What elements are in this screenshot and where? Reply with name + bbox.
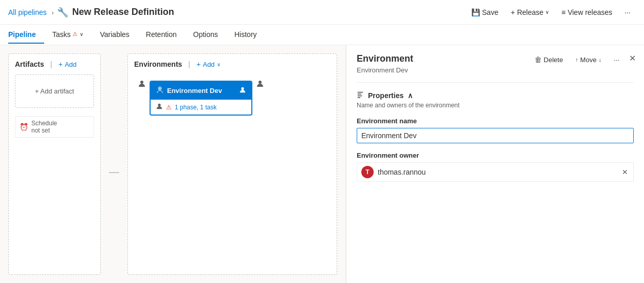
properties-header[interactable]: Properties ∧ — [357, 91, 634, 100]
env-card-body: ⚠ 1 phase, 1 task — [151, 100, 251, 115]
schedule-box[interactable]: ⏰ Schedule not set — [15, 116, 94, 138]
tab-tasks[interactable]: Tasks ⚠ ∨ — [52, 26, 92, 44]
tab-history[interactable]: History — [234, 26, 265, 44]
env-deploy-icon — [156, 86, 164, 96]
main-content: Artifacts | + Add + Add artifact ⏰ Sched… — [0, 45, 644, 283]
panel-subtitle: Environment Dev — [357, 66, 634, 74]
svg-rect-9 — [358, 97, 360, 98]
artifacts-add-button[interactable]: + Add — [59, 60, 77, 68]
panel-more-button[interactable]: ··· — [610, 54, 623, 66]
environments-add-icon: + — [196, 60, 200, 68]
close-button[interactable]: ✕ — [627, 51, 638, 65]
schedule-label: Schedule not set — [31, 120, 57, 134]
environments-section: Environments | + Add ∨ — [127, 53, 337, 275]
page-title: New Release Definition — [72, 7, 174, 17]
artifacts-title: Artifacts — [15, 60, 44, 68]
env-warning-icon: ⚠ — [166, 104, 172, 111]
panel-divider — [357, 82, 634, 83]
env-task-text[interactable]: 1 phase, 1 task — [175, 104, 216, 111]
svg-point-2 — [159, 88, 161, 89]
artifact-placeholder[interactable]: + Add artifact — [15, 74, 94, 108]
nav-tabs: Pipeline Tasks ⚠ ∨ Variables Retention O… — [0, 25, 644, 45]
header-actions: 💾 Save + Release ∨ ≡ View releases ··· — [466, 6, 636, 18]
env-user-icon — [239, 86, 246, 95]
env-person-right-icon — [252, 74, 268, 88]
artifacts-add-label: Add — [65, 61, 77, 68]
tab-pipeline[interactable]: Pipeline — [8, 26, 44, 44]
environments-divider: | — [188, 60, 190, 68]
env-name-input[interactable] — [357, 128, 634, 143]
release-chevron-icon: ∨ — [545, 9, 549, 15]
page-title-area: 🔧 New Release Definition — [57, 7, 174, 18]
owner-avatar: T — [361, 166, 374, 178]
environments-title: Environments — [134, 60, 182, 68]
env-person-body-icon — [156, 103, 163, 111]
breadcrumb: All pipelines › — [8, 8, 57, 16]
more-icon: ··· — [624, 8, 631, 16]
view-releases-label: View releases — [567, 8, 612, 16]
release-plus-icon: + — [511, 8, 515, 16]
tab-options[interactable]: Options — [193, 26, 226, 44]
save-label: Save — [482, 8, 499, 16]
environments-add-button[interactable]: + Add ∨ — [196, 60, 220, 68]
properties-icon — [357, 91, 364, 100]
tab-retention[interactable]: Retention — [146, 26, 185, 44]
artifacts-divider: | — [50, 60, 52, 68]
tab-variables[interactable]: Variables — [100, 26, 137, 44]
breadcrumb-separator: › — [52, 9, 54, 16]
panel-more-icon: ··· — [614, 56, 619, 64]
owner-field: T thomas.rannou ✕ — [357, 162, 634, 182]
tasks-badge: ⚠ — [72, 31, 78, 37]
view-releases-button[interactable]: ≡ View releases — [556, 6, 617, 18]
env-owner-field: Environment owner T thomas.rannou ✕ — [357, 152, 634, 182]
environments-add-label: Add — [203, 61, 214, 68]
env-owner-label: Environment owner — [357, 152, 634, 159]
breadcrumb-link[interactable]: All pipelines — [8, 8, 47, 16]
env-card-wrapper: Environment Dev — [134, 74, 330, 116]
env-name-field: Environment name — [357, 117, 634, 143]
panel-actions: 🗑 Delete ↑ Move ↓ ··· — [530, 53, 623, 66]
env-card-name: Environment Dev — [167, 87, 236, 95]
header: All pipelines › 🔧 New Release Definition… — [0, 0, 644, 25]
release-label: Release — [517, 8, 543, 16]
properties-description: Name and owners of the environment — [357, 102, 634, 109]
owner-name: thomas.rannou — [378, 168, 621, 176]
environments-add-chevron: ∨ — [217, 62, 220, 67]
delete-button[interactable]: 🗑 Delete — [530, 53, 567, 66]
pipeline-panel: Artifacts | + Add + Add artifact ⏰ Sched… — [0, 45, 346, 283]
move-up-icon: ↑ — [575, 56, 578, 63]
tasks-chevron: ∨ — [80, 31, 83, 37]
move-label: Move — [580, 56, 597, 64]
artifacts-section: Artifacts | + Add + Add artifact ⏰ Sched… — [8, 53, 101, 275]
save-icon: 💾 — [471, 8, 480, 16]
right-panel: 🗑 Delete ↑ Move ↓ ··· ✕ Environment Envi… — [346, 45, 644, 283]
owner-clear-button[interactable]: ✕ — [621, 167, 629, 177]
properties-title: Properties — [368, 91, 403, 100]
save-button[interactable]: 💾 Save — [466, 6, 504, 18]
svg-rect-7 — [358, 93, 361, 95]
env-card-header: Environment Dev — [151, 82, 251, 100]
artifacts-add-icon: + — [59, 60, 63, 68]
move-button[interactable]: ↑ Move ↓ — [571, 54, 605, 66]
more-options-button[interactable]: ··· — [619, 6, 636, 18]
svg-point-5 — [259, 81, 262, 84]
env-card[interactable]: Environment Dev — [150, 81, 252, 116]
delete-icon: 🗑 — [535, 55, 542, 64]
properties-collapse-icon: ∧ — [408, 91, 413, 100]
svg-point-3 — [241, 87, 244, 90]
env-person-left-icon — [134, 74, 150, 88]
svg-point-0 — [140, 81, 143, 84]
move-down-icon: ↓ — [599, 56, 602, 63]
release-button[interactable]: + Release ∨ — [506, 6, 555, 18]
connector — [109, 70, 119, 275]
schedule-icon: ⏰ — [20, 123, 28, 131]
svg-rect-8 — [358, 96, 362, 97]
artifacts-header: Artifacts | + Add — [15, 60, 94, 68]
releases-icon: ≡ — [561, 8, 565, 16]
delete-label: Delete — [544, 56, 563, 64]
svg-point-4 — [158, 104, 160, 106]
svg-rect-6 — [358, 92, 363, 93]
definition-icon: 🔧 — [57, 7, 68, 18]
connector-line — [109, 172, 119, 173]
environments-header: Environments | + Add ∨ — [134, 60, 330, 68]
